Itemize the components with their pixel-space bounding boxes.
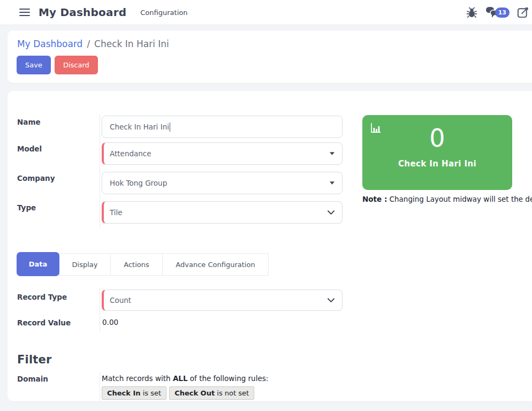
page: My Dashboard Configuration [0, 0, 532, 411]
caret-down-icon [330, 181, 335, 185]
save-button[interactable]: Save [17, 56, 51, 74]
chevron-down-icon [328, 298, 335, 302]
bug-icon[interactable] [466, 6, 478, 19]
tile-preview: 0 Check In Hari Ini [362, 115, 512, 190]
breadcrumb-separator: / [87, 39, 90, 49]
company-select[interactable]: Hok Tong Group [102, 172, 343, 194]
model-select[interactable]: Attendance [102, 142, 343, 165]
chat-bubbles-icon[interactable]: 13 [485, 6, 510, 19]
tab-advance-configuration[interactable]: Advance Configuration [162, 253, 269, 276]
top-navbar: My Dashboard Configuration [0, 0, 532, 25]
bar-chart-icon [369, 121, 382, 136]
breadcrumb-parent-link[interactable]: My Dashboard [17, 39, 82, 49]
discard-button[interactable]: Discard [55, 56, 98, 74]
model-label: Model [17, 144, 42, 153]
domain-rule-chip[interactable]: Check Out is not set [169, 386, 254, 400]
app-title: My Dashboard [39, 6, 126, 19]
chevron-down-icon [328, 210, 335, 215]
hamburger-icon[interactable] [19, 9, 30, 16]
breadcrumb-current: Check In Hari Ini [94, 39, 169, 49]
record-type-label: Record Type [17, 293, 67, 301]
domain-rules: Check In is set Check Out is not set [102, 386, 254, 400]
tab-actions[interactable]: Actions [110, 253, 163, 276]
message-count-badge: 13 [495, 7, 510, 18]
breadcrumb-panel: My Dashboard / Check In Hari Ini Save Di… [7, 31, 532, 83]
tab-data[interactable]: Data [17, 252, 59, 276]
tile-title: Check In Hari Ini [362, 159, 512, 169]
layout-note: Note : Changing Layout midway will set t… [362, 195, 532, 203]
record-value: 0.00 [102, 318, 118, 326]
domain-label: Domain [17, 375, 48, 383]
edit-icon[interactable] [516, 6, 529, 19]
text-cursor [170, 123, 170, 132]
caret-down-icon [330, 152, 335, 155]
domain-rule-chip[interactable]: Check In is set [102, 386, 166, 400]
tab-display[interactable]: Display [59, 253, 111, 276]
name-input[interactable]: Check In Hari Ini [102, 116, 343, 138]
record-value-label: Record Value [17, 318, 71, 327]
name-label: Name [17, 118, 41, 126]
domain-match-text: Match records with ALL of the following … [102, 374, 268, 383]
tab-list: Display Actions Advance Configuration [59, 253, 269, 276]
topbar-actions: 13 [466, 6, 530, 19]
tile-count: 0 [362, 126, 512, 150]
filter-heading: Filter [17, 353, 52, 366]
data-column-divider [100, 288, 100, 332]
form-column-divider [100, 115, 100, 228]
type-select[interactable]: Tile [102, 201, 343, 224]
filter-column-divider [100, 372, 100, 401]
breadcrumb: My Dashboard / Check In Hari Ini [7, 31, 532, 49]
record-type-select[interactable]: Count [102, 290, 343, 311]
form-panel: Name Model Company Type Check In Hari In… [7, 91, 532, 401]
type-label: Type [17, 203, 36, 212]
company-label: Company [17, 174, 55, 182]
menu-configuration[interactable]: Configuration [140, 9, 187, 17]
